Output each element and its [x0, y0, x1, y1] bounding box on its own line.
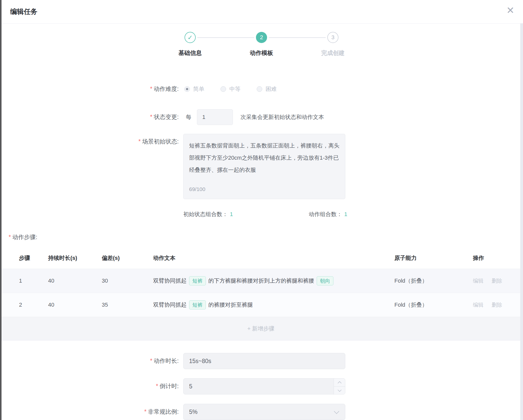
unusual-ratio-label: *非常规比例: — [2, 408, 179, 416]
step-label: 基础信息 — [169, 49, 212, 57]
action-text-segment: 的裤腰对折至裤腿 — [208, 302, 253, 308]
scene-initial-state-textarea[interactable]: 短裤五条数据背面朝上，五条数据正面朝上，裤腰朝右，离头部视野下方至少20cm之外… — [183, 134, 345, 199]
required-mark: * — [156, 383, 158, 389]
dialog-header: 编辑任务 ✕ — [2, 0, 523, 24]
radio-label: 简单 — [193, 85, 204, 93]
table-row: 1 40 30 双臂协同抓起短裤的下方裤腿和裤腰对折到上方的裤腿和裤腰朝向 Fo… — [2, 269, 520, 293]
action-text-segment: 双臂协同抓起 — [153, 302, 187, 308]
radio-hard[interactable]: 困难 — [257, 85, 277, 93]
cell-operations: 编辑 删除 — [473, 277, 520, 284]
action-duration-row: *动作时长: 15s~80s — [2, 353, 518, 369]
chevron-down-icon — [334, 409, 339, 414]
step-basic-info: ✓ 基础信息 — [169, 32, 212, 57]
wizard-stepper: ✓ 基础信息 2 动作模板 3 完成创建 — [154, 32, 369, 60]
countdown-value: 5 — [189, 383, 192, 390]
required-mark: * — [150, 358, 152, 364]
char-counter: 69/100 — [189, 183, 205, 195]
required-mark: * — [138, 138, 141, 145]
cell-atomic-ability: Fold（折叠） — [394, 277, 473, 285]
edit-link[interactable]: 编辑 — [473, 277, 484, 284]
action-combo: 动作组合数：1 — [309, 211, 347, 218]
table-header: 步骤 持续时长(s) 偏差(s) 动作文本 原子能力 操作 — [2, 247, 520, 269]
dialog-title: 编辑任务 — [10, 7, 37, 16]
delete-link[interactable]: 删除 — [492, 277, 502, 284]
action-duration-input[interactable]: 15s~80s — [183, 353, 345, 369]
col-action-text: 动作文本 — [153, 254, 394, 262]
cell-action-text: 双臂协同抓起短裤的下方裤腿和裤腰对折到上方的裤腿和裤腰朝向 — [153, 276, 394, 286]
unusual-ratio-row: *非常规比例: 5% — [2, 404, 518, 420]
unusual-ratio-select[interactable]: 5% — [183, 404, 345, 420]
radio-label: 困难 — [266, 85, 277, 93]
radio-button-icon — [220, 86, 226, 92]
radio-simple[interactable]: 简单 — [184, 85, 204, 93]
state-change-value: 1 — [202, 114, 205, 120]
difficulty-radio-group: 简单 中等 困难 — [184, 85, 277, 93]
required-mark: * — [150, 114, 152, 120]
increment-button[interactable] — [334, 379, 345, 387]
number-stepper — [334, 379, 345, 394]
initial-state-combo: 初始状态组合数：1 — [183, 211, 233, 218]
radio-button-icon — [184, 86, 190, 92]
scene-initial-state-row: *场景初始状态: 短裤五条数据背面朝上，五条数据正面朝上，裤腰朝右，离头部视野下… — [2, 134, 518, 199]
object-tag: 短裤 — [189, 300, 206, 309]
orientation-tag: 朝向 — [317, 276, 333, 285]
chevron-up-icon — [337, 381, 341, 385]
difficulty-label: *动作难度: — [2, 85, 179, 93]
step-number-icon: 2 — [256, 32, 267, 43]
initial-state-combo-value: 1 — [230, 211, 233, 217]
scrollbar[interactable] — [520, 24, 523, 420]
action-steps-table: 步骤 持续时长(s) 偏差(s) 动作文本 原子能力 操作 1 40 30 双臂… — [2, 247, 520, 341]
combination-counts: 初始状态组合数：1 动作组合数：1 — [183, 211, 347, 218]
required-mark: * — [144, 408, 147, 415]
radio-label: 中等 — [229, 85, 240, 93]
unusual-ratio-value: 5% — [189, 409, 197, 415]
state-change-prefix: 每 — [186, 113, 191, 121]
required-mark: * — [150, 86, 152, 92]
radio-button-icon — [257, 86, 262, 92]
state-change-row: *状态变更: 每 1 次采集会更新初始状态和动作文本 — [2, 109, 518, 125]
cell-duration: 40 — [48, 302, 102, 308]
cell-deviation: 30 — [102, 278, 153, 284]
action-duration-value: 15s~80s — [189, 358, 211, 365]
state-change-input[interactable]: 1 — [197, 109, 233, 125]
state-change-suffix: 次采集会更新初始状态和动作文本 — [240, 113, 324, 121]
col-step: 步骤 — [19, 254, 48, 262]
countdown-label: *倒计时: — [2, 383, 179, 390]
step-action-template: 2 动作模板 — [240, 32, 283, 57]
difficulty-row: *动作难度: 简单 中等 困难 — [2, 83, 518, 95]
cell-duration: 40 — [48, 278, 102, 284]
cell-atomic-ability: Fold（折叠） — [394, 301, 473, 309]
delete-link[interactable]: 删除 — [492, 301, 502, 308]
step-label: 动作模板 — [240, 49, 283, 57]
col-operations: 操作 — [473, 254, 520, 262]
cell-operations: 编辑 删除 — [473, 301, 520, 308]
step-label: 完成创建 — [311, 49, 354, 57]
cell-step: 1 — [19, 278, 48, 284]
action-duration-label: *动作时长: — [2, 357, 179, 365]
col-deviation: 偏差(s) — [102, 254, 153, 262]
chevron-down-icon — [337, 388, 341, 392]
object-tag: 短裤 — [189, 276, 206, 285]
scene-initial-state-label: *场景初始状态: — [2, 134, 179, 145]
required-mark: * — [9, 234, 11, 240]
cell-step: 2 — [19, 302, 48, 308]
action-text-segment: 的下方裤腿和裤腰对折到上方的裤腿和裤腰 — [208, 278, 314, 284]
action-combo-label: 动作组合数： — [309, 211, 342, 217]
radio-medium[interactable]: 中等 — [220, 85, 240, 93]
background-page-edge — [0, 0, 2, 420]
initial-state-combo-label: 初始状态组合数： — [183, 211, 228, 217]
edit-link[interactable]: 编辑 — [473, 301, 484, 308]
check-icon: ✓ — [185, 32, 196, 43]
step-finish-create: 3 完成创建 — [311, 32, 354, 57]
close-icon[interactable]: ✕ — [506, 6, 514, 15]
add-step-button[interactable]: + 新增步骤 — [2, 317, 520, 341]
countdown-input[interactable]: 5 — [183, 378, 345, 394]
table-row: 2 40 35 双臂协同抓起短裤的裤腰对折至裤腿 Fold（折叠） 编辑 删除 — [2, 293, 520, 317]
cell-action-text: 双臂协同抓起短裤的裤腰对折至裤腿 — [153, 300, 394, 310]
col-duration: 持续时长(s) — [48, 254, 102, 262]
col-atomic-ability: 原子能力 — [394, 254, 473, 262]
action-combo-value: 1 — [344, 211, 347, 217]
decrement-button[interactable] — [334, 387, 345, 394]
action-steps-label: *动作步骤: — [9, 233, 37, 241]
action-text-segment: 双臂协同抓起 — [153, 278, 187, 284]
